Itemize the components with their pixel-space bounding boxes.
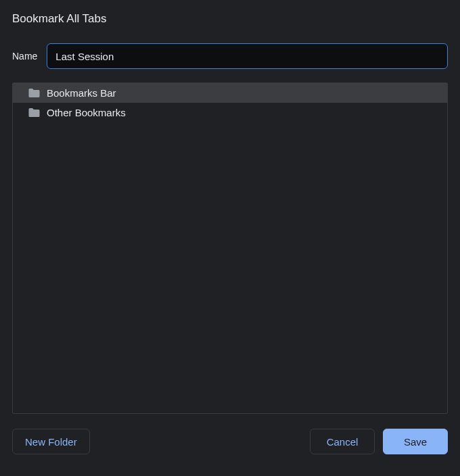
cancel-button[interactable]: Cancel <box>310 429 375 454</box>
dialog-title: Bookmark All Tabs <box>12 12 448 26</box>
button-row: New Folder Cancel Save <box>12 429 448 454</box>
name-input[interactable] <box>47 43 448 69</box>
new-folder-button[interactable]: New Folder <box>12 429 90 454</box>
folder-icon <box>28 108 40 118</box>
bookmark-all-tabs-dialog: Bookmark All Tabs Name Bookmarks Bar Oth… <box>0 0 460 467</box>
folder-icon <box>28 88 40 98</box>
tree-item-bookmarks-bar[interactable]: Bookmarks Bar <box>13 83 447 103</box>
name-label: Name <box>12 51 37 62</box>
save-button[interactable]: Save <box>383 429 448 454</box>
tree-item-other-bookmarks[interactable]: Other Bookmarks <box>13 103 447 122</box>
button-row-right: Cancel Save <box>310 429 448 454</box>
name-row: Name <box>12 43 448 69</box>
folder-tree[interactable]: Bookmarks Bar Other Bookmarks <box>12 82 448 414</box>
tree-item-label: Other Bookmarks <box>47 107 126 118</box>
tree-item-label: Bookmarks Bar <box>47 87 116 99</box>
